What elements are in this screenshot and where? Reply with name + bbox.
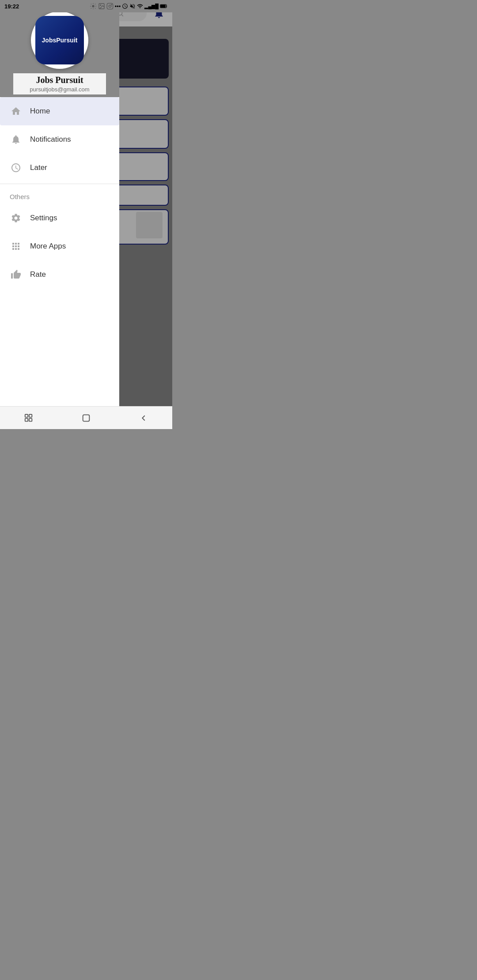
menu-item-settings[interactable]: Settings	[0, 204, 119, 232]
mute-icon	[129, 3, 136, 9]
nav-bar	[0, 406, 172, 429]
menu-divider	[0, 184, 119, 184]
svg-rect-12	[29, 418, 32, 421]
signal-icon: ▂▄▆█	[144, 4, 159, 9]
recent-icon	[24, 413, 34, 423]
svg-rect-10	[25, 418, 28, 421]
notifications-label: Notifications	[30, 135, 71, 144]
nav-home-icon	[81, 413, 91, 423]
app-logo-inner: JobsPursuit	[35, 16, 84, 64]
instagram-icon	[106, 3, 114, 10]
svg-point-0	[92, 5, 94, 7]
battery-icon	[160, 4, 168, 9]
svg-point-4	[109, 5, 111, 7]
later-icon	[10, 162, 22, 174]
menu-item-later[interactable]: Later	[0, 154, 119, 182]
gallery-icon	[98, 3, 105, 10]
svg-rect-13	[83, 415, 90, 421]
svg-point-5	[111, 4, 112, 5]
svg-rect-11	[29, 414, 32, 417]
more-apps-icon	[10, 240, 22, 253]
svg-rect-3	[107, 3, 113, 9]
wifi-icon	[137, 3, 143, 9]
more-apps-label: More Apps	[30, 242, 66, 251]
alarm-icon	[122, 3, 128, 9]
more-icon: •••	[115, 3, 121, 10]
app-logo-circle: JobsPursuit	[31, 11, 88, 69]
rate-label: Rate	[30, 270, 46, 279]
status-time: 19:22	[4, 3, 19, 10]
nav-recent-button[interactable]	[18, 409, 40, 427]
drawer-menu: Home Notifications Later	[0, 97, 119, 429]
svg-point-2	[100, 5, 101, 6]
nav-home-button[interactable]	[75, 409, 97, 427]
back-icon	[139, 413, 148, 423]
screen: 19:22 •••	[0, 0, 172, 429]
drawer-header: JobsPursuit Jobs Pursuit pursuitjobs@gma…	[0, 0, 119, 97]
menu-item-notifications[interactable]: Notifications	[0, 125, 119, 154]
status-bar: 19:22 •••	[0, 0, 172, 12]
nav-back-button[interactable]	[132, 409, 155, 427]
later-label: Later	[30, 163, 47, 172]
app-logo-text: JobsPursuit	[42, 36, 78, 44]
svg-rect-7	[161, 5, 166, 7]
status-icons: ••• ▂▄▆█	[90, 3, 168, 10]
home-label: Home	[30, 107, 50, 116]
menu-item-rate[interactable]: Rate	[0, 260, 119, 289]
others-section-label: Others	[0, 186, 119, 204]
drawer-user-email: pursuitjobs@gmail.com	[18, 86, 102, 93]
home-icon	[10, 105, 22, 117]
settings-label: Settings	[30, 214, 57, 222]
drawer-user-name: Jobs Pursuit	[18, 75, 102, 85]
rate-icon	[10, 268, 22, 281]
weather-icon	[90, 3, 97, 10]
menu-item-home[interactable]: Home	[0, 97, 119, 125]
settings-icon	[10, 212, 22, 224]
notifications-icon	[10, 133, 22, 146]
drawer-user-info: Jobs Pursuit pursuitjobs@gmail.com	[13, 73, 106, 94]
drawer: JobsPursuit Jobs Pursuit pursuitjobs@gma…	[0, 0, 119, 429]
menu-item-more-apps[interactable]: More Apps	[0, 232, 119, 260]
svg-rect-9	[25, 414, 28, 417]
